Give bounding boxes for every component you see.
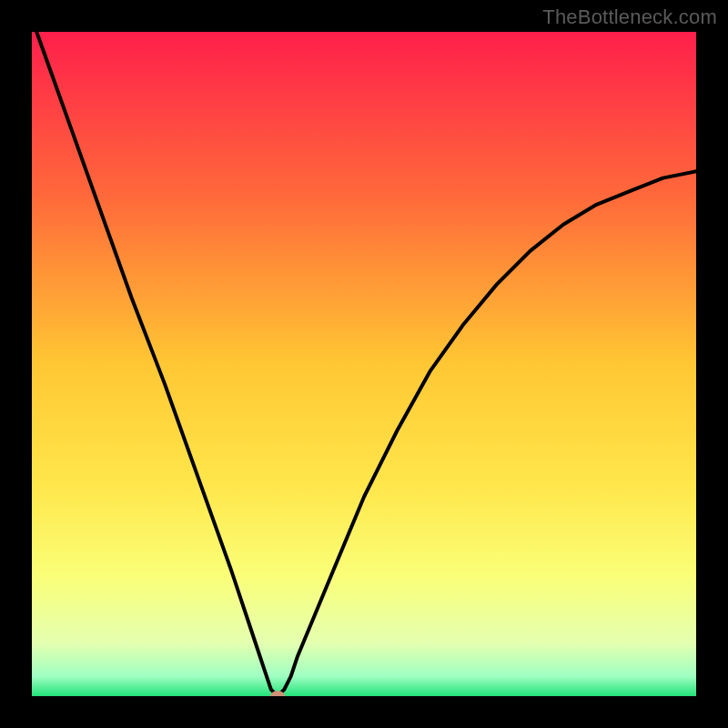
chart-plot-area — [32, 32, 696, 696]
watermark-text: TheBottleneck.com — [542, 5, 717, 29]
gradient-background — [32, 32, 696, 696]
